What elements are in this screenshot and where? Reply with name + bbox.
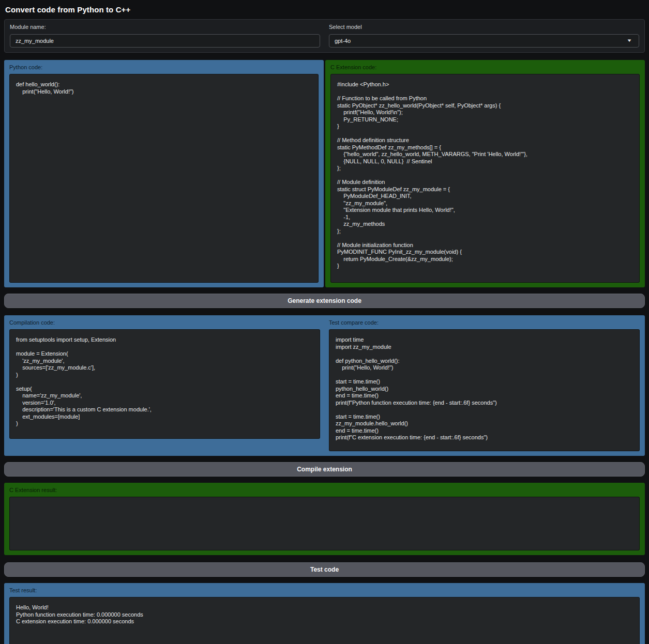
model-select[interactable]: gpt-4o ▼ bbox=[329, 34, 639, 48]
test-compare-code-column: Test compare code: import time import zz… bbox=[329, 319, 640, 451]
code-panels-row: Python code: def hello_world(): print("H… bbox=[4, 60, 645, 287]
c-extension-result-output[interactable] bbox=[9, 497, 640, 550]
test-result-label: Test result: bbox=[9, 587, 640, 594]
python-code-editor[interactable]: def hello_world(): print("Hello, World!"… bbox=[9, 74, 319, 283]
compilation-group-panel: Compilation code: from setuptools import… bbox=[4, 315, 645, 456]
generate-extension-code-button[interactable]: Generate extension code bbox=[4, 294, 645, 308]
top-controls-group: Module name: Select model gpt-4o ▼ bbox=[4, 19, 645, 53]
chevron-down-icon: ▼ bbox=[626, 39, 632, 43]
compilation-code-editor[interactable]: from setuptools import setup, Extension … bbox=[9, 329, 320, 439]
module-name-input[interactable] bbox=[10, 34, 320, 48]
compilation-code-column: Compilation code: from setuptools import… bbox=[9, 319, 320, 451]
test-result-output[interactable]: Hello, World! Python function execution … bbox=[9, 597, 640, 644]
compile-extension-button[interactable]: Compile extension bbox=[4, 462, 645, 477]
test-compare-code-editor[interactable]: import time import zz_my_module def pyth… bbox=[329, 329, 640, 451]
python-code-label: Python code: bbox=[9, 64, 319, 71]
module-name-label: Module name: bbox=[10, 24, 320, 30]
model-select-value: gpt-4o bbox=[335, 38, 351, 44]
python-code-panel: Python code: def hello_world(): print("H… bbox=[4, 60, 324, 287]
c-extension-result-panel: C Extension result: bbox=[4, 483, 645, 555]
page-title: Convert code from Python to C++ bbox=[4, 4, 645, 19]
c-extension-result-label: C Extension result: bbox=[9, 486, 640, 494]
model-select-label: Select model bbox=[329, 24, 639, 30]
c-extension-code-label: C Extension code: bbox=[330, 64, 640, 71]
test-code-button[interactable]: Test code bbox=[4, 562, 645, 577]
c-extension-code-editor[interactable]: #include <Python.h> // Function to be ca… bbox=[330, 74, 640, 283]
compilation-code-label: Compilation code: bbox=[9, 319, 55, 326]
c-extension-code-panel: C Extension code: #include <Python.h> //… bbox=[325, 60, 645, 287]
model-select-field-group: Select model gpt-4o ▼ bbox=[329, 24, 639, 48]
test-result-panel: Test result: Hello, World! Python functi… bbox=[4, 583, 645, 644]
test-compare-code-label: Test compare code: bbox=[329, 319, 379, 326]
module-name-field-group: Module name: bbox=[10, 24, 320, 48]
